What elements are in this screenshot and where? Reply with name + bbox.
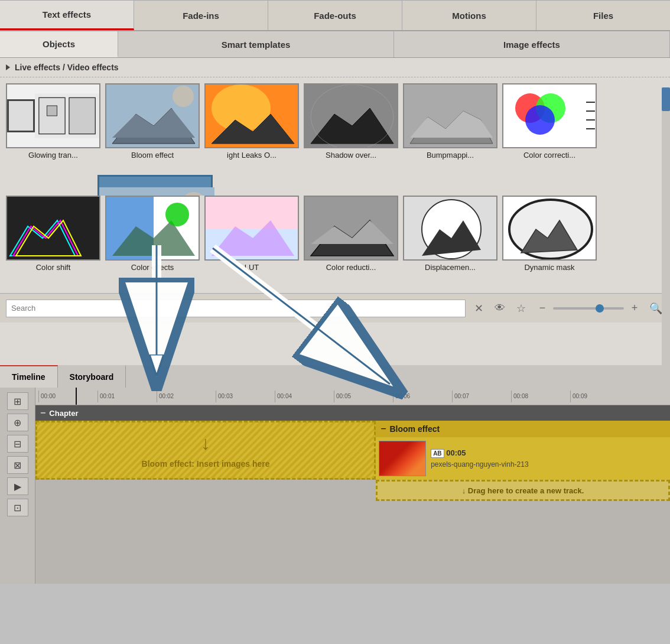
bloom-track-header: − Bloom effect xyxy=(376,421,670,437)
effect-color-correct[interactable]: Color correcti... xyxy=(502,83,597,190)
effect-thumb-lut xyxy=(204,196,299,261)
tab-motions[interactable]: Motions xyxy=(402,0,536,30)
effect-bloom[interactable]: Bloom effect xyxy=(105,83,200,190)
svg-rect-3 xyxy=(47,106,57,116)
effect-lut[interactable]: LUT xyxy=(204,196,299,287)
insert-down-arrow-icon: ↓ xyxy=(201,432,210,454)
effect-label-shadow: Shadow over... xyxy=(326,151,376,160)
zoom-slider-thumb[interactable] xyxy=(596,304,604,313)
svg-point-32 xyxy=(165,203,189,226)
ruler-mark-6: 00:06 xyxy=(393,391,452,402)
clear-search-button[interactable]: ✕ xyxy=(470,300,487,317)
effect-thumb-color-effects xyxy=(105,196,200,261)
effect-color-effects[interactable]: Color effects xyxy=(105,196,200,287)
effect-bumpmapping[interactable]: Bumpmappi... xyxy=(403,83,497,190)
effects-grid: Glowing tran... Bloom effect xyxy=(0,77,670,196)
tab-objects[interactable]: Objects xyxy=(0,31,118,57)
toolbar-add-track-icon[interactable]: ⊕ xyxy=(7,414,28,431)
effect-label-color-shift: Color shift xyxy=(36,263,71,272)
tab-storyboard[interactable]: Storyboard xyxy=(58,365,126,388)
search-input[interactable] xyxy=(6,300,466,317)
svg-rect-34 xyxy=(206,197,299,229)
chapter-collapse-icon[interactable]: − xyxy=(40,408,45,418)
effect-thumb-glowing xyxy=(6,83,100,148)
second-tab-bar: Objects Smart templates Image effects xyxy=(0,31,670,58)
ruler-mark-8: 00:08 xyxy=(511,391,570,402)
effect-shadow[interactable]: Shadow over... xyxy=(304,83,398,190)
playhead xyxy=(76,388,77,405)
effect-thumb-bump xyxy=(403,83,497,148)
chapter-label: Chapter xyxy=(49,409,78,418)
ruler-mark-4: 00:04 xyxy=(275,391,334,402)
toolbar-grid-icon[interactable]: ⊞ xyxy=(7,392,28,410)
effect-glowing-tran[interactable]: Glowing tran... xyxy=(6,83,100,190)
bloom-track-title: Bloom effect xyxy=(389,424,440,434)
effect-displacement[interactable]: Displacemen... xyxy=(403,196,497,287)
drag-track-text: ↓ Drag here to create a new track. xyxy=(462,486,584,495)
bloom-track: − Bloom effect AB 00:05 pexels-quang-ngu… xyxy=(376,421,670,584)
effect-label-dynamic-mask: Dynamic mask xyxy=(524,263,574,272)
effects-scrollbar-thumb[interactable] xyxy=(662,87,670,111)
eye-icon[interactable]: 👁 xyxy=(492,300,508,317)
effect-color-reduct[interactable]: Color reducti... xyxy=(304,196,398,287)
toolbar-group-icon[interactable]: ⊟ xyxy=(7,435,28,453)
effect-label-lut: LUT xyxy=(245,263,259,272)
live-effects-title: Live effects / Video effects xyxy=(15,63,119,72)
bloom-effect-highlight[interactable]: Bloom effect xyxy=(97,175,213,196)
tab-timeline[interactable]: Timeline xyxy=(0,365,58,388)
timeline-tab-bar: Timeline Storyboard xyxy=(0,365,670,388)
zoom-slider-container: − + xyxy=(534,300,643,317)
svg-point-7 xyxy=(173,86,194,107)
tracks-area: ↓ Bloom effect: Insert images here − Blo… xyxy=(35,421,670,584)
effects-panel: Live effects / Video effects Glowing tra… xyxy=(0,58,670,365)
insert-track[interactable]: ↓ Bloom effect: Insert images here xyxy=(35,421,376,480)
ruler-mark-7: 00:07 xyxy=(452,391,511,402)
tab-text-effects[interactable]: Text effects xyxy=(0,0,134,30)
ruler-mark-9: 00:09 xyxy=(570,391,629,402)
bloom-time-value: 00:05 xyxy=(446,448,466,457)
ab-icon: AB xyxy=(431,449,444,458)
tab-fade-outs[interactable]: Fade-outs xyxy=(268,0,402,30)
effect-thumb-displacement xyxy=(403,196,497,261)
timeline-section: Timeline Storyboard ⊞ ⊕ ⊟ ⊠ ▶ ⊡ 00:00 00… xyxy=(0,365,670,584)
effect-label-color-effects: Color effects xyxy=(131,263,174,272)
drag-here-track[interactable]: ↓ Drag here to create a new track. xyxy=(376,480,670,501)
effect-label-light-leaks: ight Leaks O... xyxy=(227,151,277,160)
toolbar-play-icon[interactable]: ▶ xyxy=(7,477,28,495)
bloom-highlight-thumb xyxy=(99,187,211,196)
star-icon[interactable]: ☆ xyxy=(513,300,529,317)
collapse-triangle-icon[interactable] xyxy=(6,64,10,70)
tab-image-effects[interactable]: Image effects xyxy=(394,31,670,57)
chapter-bar: − Chapter xyxy=(35,405,670,421)
tab-smart-templates[interactable]: Smart templates xyxy=(118,31,394,57)
zoom-minus-button[interactable]: − xyxy=(534,300,551,317)
ruler-mark-2: 00:02 xyxy=(157,391,216,402)
toolbar-split-icon[interactable]: ⊠ xyxy=(7,456,28,474)
effect-thumb-color-reduct xyxy=(304,196,398,261)
effect-label-displacement: Displacemen... xyxy=(425,263,476,272)
effect-color-shift[interactable]: Color shift xyxy=(6,196,100,287)
effect-label-bloom: Bloom effect xyxy=(131,151,174,160)
timeline-ruler: 00:00 00:01 00:02 00:03 00:04 00:05 00:0… xyxy=(35,388,670,405)
zoom-slider[interactable] xyxy=(553,307,624,310)
svg-rect-2 xyxy=(69,97,95,134)
effect-thumb-bloom xyxy=(105,83,200,148)
search-bar: ✕ 👁 ☆ − + 🔍 xyxy=(0,293,670,323)
effect-thumb-dynamic-mask xyxy=(502,196,597,261)
ruler-mark-0: 00:00 xyxy=(38,391,97,402)
effect-dynamic-mask[interactable]: Dynamic mask xyxy=(502,196,597,287)
insert-track-text: Bloom effect: Insert images here xyxy=(142,459,270,469)
live-effects-section-header: Live effects / Video effects xyxy=(0,58,670,77)
tab-fade-ins[interactable]: Fade-ins xyxy=(134,0,268,30)
zoom-plus-button[interactable]: + xyxy=(626,300,643,317)
ruler-marks: 00:00 00:01 00:02 00:03 00:04 00:05 00:0… xyxy=(38,391,629,402)
toolbar-crop-icon[interactable]: ⊡ xyxy=(7,499,28,516)
effect-light-leaks[interactable]: ight Leaks O... xyxy=(204,83,299,190)
ruler-mark-1: 00:01 xyxy=(97,391,157,402)
tab-files[interactable]: Files xyxy=(536,0,670,30)
timeline-content: 00:00 00:01 00:02 00:03 00:04 00:05 00:0… xyxy=(35,388,670,584)
effects-grid-row2: Color shift Color effects xyxy=(0,190,670,293)
effects-scrollbar[interactable] xyxy=(662,87,670,377)
bloom-track-minus[interactable]: − xyxy=(380,424,386,434)
effect-thumb-color-shift xyxy=(6,196,100,261)
